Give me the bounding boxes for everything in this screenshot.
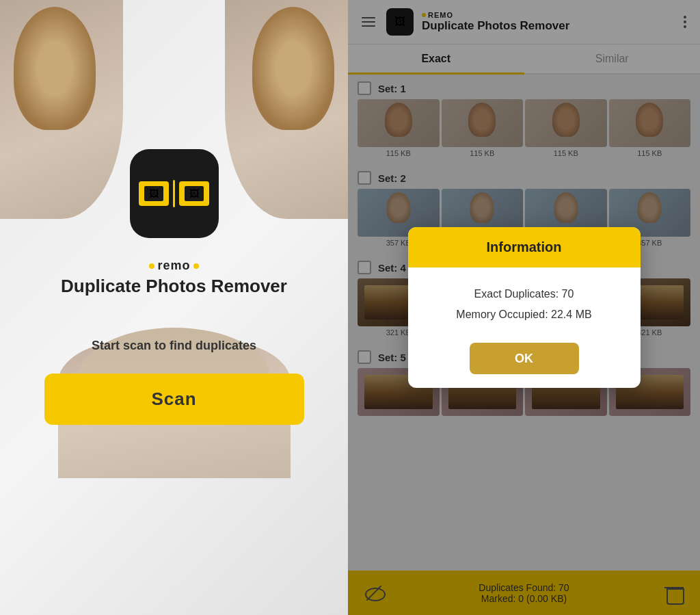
left-panel: remo Duplicate Photos Remover Start scan…: [0, 0, 348, 615]
icon-divider: [173, 180, 175, 207]
brand-dot2: [193, 263, 199, 269]
scan-button[interactable]: Scan: [44, 374, 304, 425]
modal-title: Information: [487, 239, 562, 254]
modal-ok-button[interactable]: OK: [470, 343, 579, 374]
app-icon-inner: [139, 180, 209, 207]
information-modal: Information Exact Duplicates: 70 Memory …: [408, 227, 641, 388]
start-scan-label: Start scan to find duplicates: [92, 339, 256, 353]
modal-body: Exact Duplicates: 70 Memory Occupied: 22…: [408, 267, 641, 388]
brand-dot: [149, 263, 154, 269]
brand-name: remo: [157, 259, 190, 273]
app-brand: remo: [149, 259, 198, 273]
right-panel: 🖼 remo Duplicate Photos Remover Exact Si…: [348, 0, 700, 615]
exact-duplicates-info: Exact Duplicates: 70: [422, 288, 627, 300]
memory-occupied-info: Memory Occupied: 22.4 MB: [422, 309, 627, 321]
app-title: Duplicate Photos Remover: [61, 276, 287, 297]
modal-overlay: Information Exact Duplicates: 70 Memory …: [348, 0, 700, 615]
modal-header: Information: [408, 227, 641, 267]
icon-photo-left: [139, 181, 169, 206]
app-name-area: remo Duplicate Photos Remover: [61, 259, 287, 297]
left-content: remo Duplicate Photos Remover Start scan…: [44, 149, 304, 424]
icon-photo-right: [179, 181, 209, 206]
app-icon: [130, 149, 219, 238]
